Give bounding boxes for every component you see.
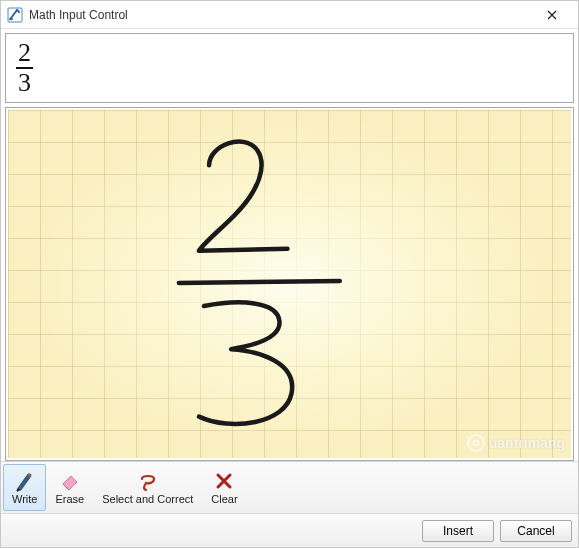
toolbar: Write Erase Select and Correct <box>1 461 578 513</box>
ink-canvas[interactable]: uantrimang <box>8 110 571 458</box>
tool-write[interactable]: Write <box>3 464 46 511</box>
close-button[interactable] <box>532 1 572 29</box>
bottom-bar: Insert Cancel <box>1 513 578 547</box>
tool-label: Write <box>12 493 37 505</box>
lasso-icon <box>136 470 160 492</box>
cancel-button[interactable]: Cancel <box>500 520 572 542</box>
pencil-icon <box>13 470 37 492</box>
titlebar: Math Input Control <box>1 1 578 29</box>
window: Math Input Control 2 3 <box>0 0 579 548</box>
handwriting-ink <box>8 110 571 452</box>
eraser-icon <box>58 470 82 492</box>
tool-label: Select and Correct <box>102 493 193 505</box>
ink-canvas-frame: uantrimang <box>5 107 574 461</box>
window-title: Math Input Control <box>29 8 532 22</box>
fraction: 2 3 <box>16 40 33 96</box>
fraction-numerator: 2 <box>16 40 33 67</box>
tool-label: Erase <box>55 493 84 505</box>
insert-button[interactable]: Insert <box>422 520 494 542</box>
tool-select-correct[interactable]: Select and Correct <box>93 464 202 511</box>
tool-clear[interactable]: Clear <box>202 464 246 511</box>
fraction-denominator: 3 <box>16 69 33 96</box>
math-preview: 2 3 <box>5 33 574 103</box>
tool-label: Clear <box>211 493 237 505</box>
x-icon <box>212 470 236 492</box>
tool-erase[interactable]: Erase <box>46 464 93 511</box>
app-icon <box>7 7 23 23</box>
content-area: 2 3 <box>1 29 578 461</box>
